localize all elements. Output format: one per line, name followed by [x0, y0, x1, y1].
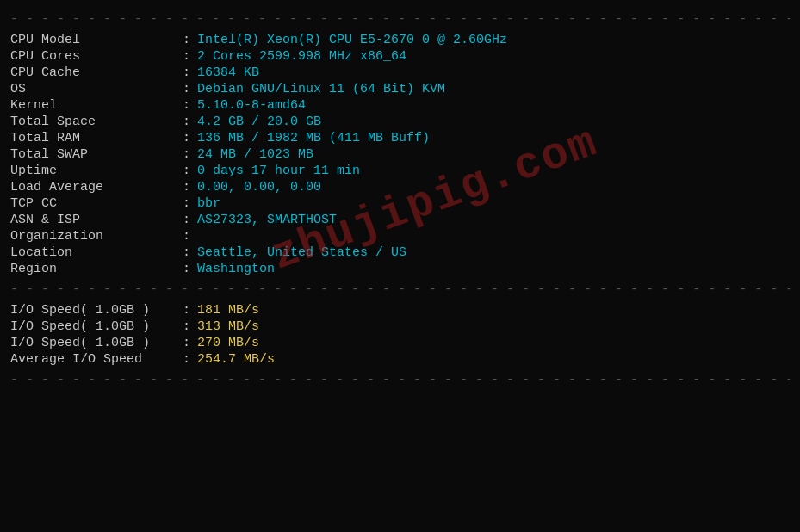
io-value: 254.7 MB/s — [197, 352, 275, 367]
io-speed-row: Average I/O Speed : 254.7 MB/s — [10, 351, 790, 368]
row-colon: : — [183, 114, 190, 129]
io-label: I/O Speed( 1.0GB ) — [10, 336, 183, 350]
io-speed-section: I/O Speed( 1.0GB ) : 181 MB/sI/O Speed( … — [10, 302, 790, 368]
row-value: 0.00, 0.00, 0.00 — [197, 180, 321, 195]
row-colon: : — [183, 49, 190, 64]
row-colon: : — [183, 229, 190, 244]
row-colon: : — [183, 98, 190, 113]
row-label: OS — [10, 82, 183, 96]
row-value: 0 days 17 hour 11 min — [197, 164, 360, 178]
row-colon: : — [183, 164, 190, 178]
row-colon: : — [183, 180, 190, 195]
row-label: CPU Cores — [10, 49, 183, 64]
row-colon: : — [183, 196, 190, 211]
row-label: Load Average — [10, 180, 183, 195]
row-label: Uptime — [10, 164, 183, 178]
row-colon: : — [183, 65, 190, 80]
row-colon: : — [183, 245, 190, 260]
io-speed-row: I/O Speed( 1.0GB ) : 181 MB/s — [10, 302, 790, 319]
io-value: 270 MB/s — [197, 336, 259, 350]
system-info-row: Region : Washington — [10, 261, 790, 277]
row-value: bbr — [197, 196, 220, 211]
system-info-row: Location : Seattle, United States / US — [10, 244, 790, 261]
system-info-row: CPU Model : Intel(R) Xeon(R) CPU E5-2670… — [10, 32, 790, 48]
row-value: 2 Cores 2599.998 MHz x86_64 — [197, 49, 406, 64]
system-info-section: CPU Model : Intel(R) Xeon(R) CPU E5-2670… — [10, 32, 790, 277]
row-label: Total Space — [10, 114, 183, 129]
row-colon: : — [183, 131, 190, 145]
io-value: 313 MB/s — [197, 319, 259, 334]
system-info-row: Organization : — [10, 228, 790, 244]
io-label: I/O Speed( 1.0GB ) — [10, 319, 183, 334]
io-colon: : — [183, 336, 190, 350]
row-colon: : — [183, 33, 190, 47]
system-info-row: OS : Debian GNU/Linux 11 (64 Bit) KVM — [10, 81, 790, 97]
row-label: Region — [10, 262, 183, 276]
row-label: ASN & ISP — [10, 213, 183, 227]
io-value: 181 MB/s — [197, 303, 259, 318]
row-value: 24 MB / 1023 MB — [197, 147, 313, 162]
row-label: Total SWAP — [10, 147, 183, 162]
row-colon: : — [183, 213, 190, 227]
system-info-row: Kernel : 5.10.0-8-amd64 — [10, 97, 790, 114]
row-value: Washington — [197, 262, 275, 276]
row-value: Seattle, United States / US — [197, 245, 406, 260]
system-info-row: Total SWAP : 24 MB / 1023 MB — [10, 146, 790, 163]
row-colon: : — [183, 262, 190, 276]
row-value: 136 MB / 1982 MB (411 MB Buff) — [197, 131, 430, 145]
io-label: Average I/O Speed — [10, 352, 183, 367]
divider-top: - - - - - - - - - - - - - - - - - - - - … — [10, 12, 790, 27]
system-info-row: ASN & ISP : AS27323, SMARTHOST — [10, 212, 790, 228]
row-label: Total RAM — [10, 131, 183, 145]
system-info-row: CPU Cache : 16384 KB — [10, 65, 790, 81]
row-label: CPU Model — [10, 33, 183, 47]
system-info-row: Total RAM : 136 MB / 1982 MB (411 MB Buf… — [10, 130, 790, 146]
row-value: 4.2 GB / 20.0 GB — [197, 114, 321, 129]
row-value: 5.10.0-8-amd64 — [197, 98, 306, 113]
row-colon: : — [183, 147, 190, 162]
divider-mid: - - - - - - - - - - - - - - - - - - - - … — [10, 282, 790, 297]
io-label: I/O Speed( 1.0GB ) — [10, 303, 183, 318]
row-label: Organization — [10, 229, 183, 244]
row-label: Kernel — [10, 98, 183, 113]
row-value: Intel(R) Xeon(R) CPU E5-2670 0 @ 2.60GHz — [197, 33, 507, 47]
row-label: Location — [10, 245, 183, 260]
row-label: TCP CC — [10, 196, 183, 211]
system-info-row: TCP CC : bbr — [10, 195, 790, 212]
io-speed-row: I/O Speed( 1.0GB ) : 270 MB/s — [10, 335, 790, 351]
row-value: 16384 KB — [197, 65, 259, 80]
io-colon: : — [183, 303, 190, 318]
divider-bot: - - - - - - - - - - - - - - - - - - - - … — [10, 373, 790, 387]
row-value: Debian GNU/Linux 11 (64 Bit) KVM — [197, 82, 445, 96]
terminal-container: zhujipig.com - - - - - - - - - - - - - -… — [10, 12, 790, 387]
row-label: CPU Cache — [10, 65, 183, 80]
io-speed-row: I/O Speed( 1.0GB ) : 313 MB/s — [10, 319, 790, 335]
io-colon: : — [183, 352, 190, 367]
io-colon: : — [183, 319, 190, 334]
row-value: AS27323, SMARTHOST — [197, 213, 337, 227]
row-colon: : — [183, 82, 190, 96]
system-info-row: Uptime : 0 days 17 hour 11 min — [10, 163, 790, 179]
system-info-row: Load Average : 0.00, 0.00, 0.00 — [10, 179, 790, 195]
system-info-row: CPU Cores : 2 Cores 2599.998 MHz x86_64 — [10, 48, 790, 65]
system-info-row: Total Space : 4.2 GB / 20.0 GB — [10, 114, 790, 130]
